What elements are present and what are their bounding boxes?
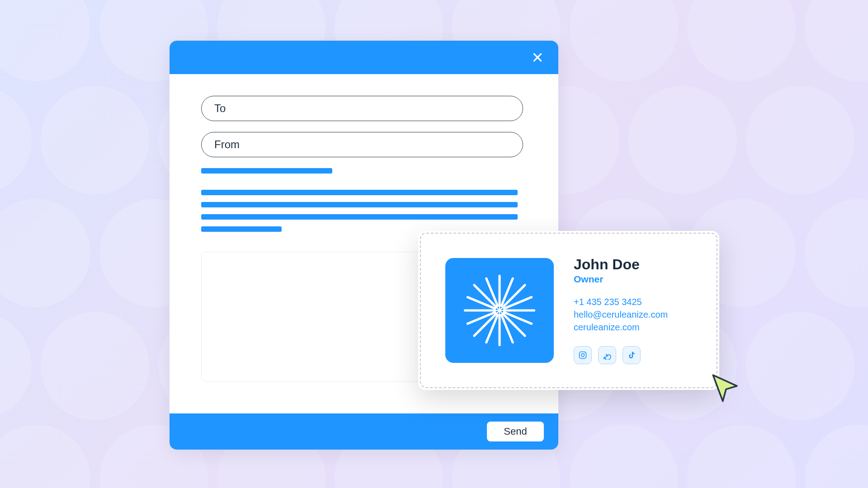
signature-card[interactable]: John Doe Owner +1 435 235 3425 hello@cer…: [418, 231, 719, 390]
whatsapp-button[interactable]: [598, 346, 616, 364]
svg-point-37: [570, 425, 678, 488]
instagram-button[interactable]: [574, 346, 592, 364]
signature-email: hello@ceruleanize.com: [574, 308, 668, 321]
from-label: From: [214, 138, 240, 151]
svg-point-7: [805, 0, 868, 81]
cursor-icon: [710, 372, 742, 404]
svg-point-39: [805, 425, 868, 488]
svg-point-15: [746, 86, 854, 194]
instagram-icon: [578, 351, 587, 360]
signature-info: John Doe Owner +1 435 235 3425 hello@cer…: [574, 257, 668, 364]
close-button[interactable]: [529, 49, 546, 66]
tiktok-button[interactable]: [623, 346, 641, 364]
svg-point-0: [0, 0, 90, 81]
window-header: [170, 41, 558, 74]
svg-point-38: [687, 425, 796, 488]
svg-point-25: [41, 312, 149, 420]
svg-point-55: [585, 352, 585, 353]
svg-point-8: [0, 86, 32, 194]
starburst-icon: [461, 272, 538, 349]
tiktok-icon: [627, 351, 636, 360]
social-row: [574, 346, 668, 364]
close-icon: [532, 52, 543, 63]
svg-point-6: [687, 0, 796, 81]
svg-point-9: [41, 86, 149, 194]
signature-role: Owner: [574, 274, 668, 285]
svg-point-32: [0, 425, 90, 488]
whatsapp-icon: [603, 351, 612, 360]
body-line: [201, 226, 282, 232]
signature-website: ceruleanize.com: [574, 321, 668, 333]
svg-point-23: [805, 199, 868, 307]
send-button[interactable]: Send: [487, 422, 544, 441]
svg-point-14: [628, 86, 737, 194]
body-line: [201, 168, 332, 174]
body-line: [201, 214, 518, 220]
svg-point-16: [0, 199, 90, 307]
signature-name: John Doe: [574, 257, 668, 272]
body-line: [201, 202, 518, 207]
svg-point-31: [746, 312, 854, 420]
to-label: To: [214, 102, 226, 115]
svg-point-24: [0, 312, 32, 420]
to-field[interactable]: To: [201, 96, 523, 121]
from-field[interactable]: From: [201, 132, 523, 157]
window-footer: Send: [170, 413, 558, 450]
svg-point-54: [581, 353, 585, 357]
svg-point-5: [570, 0, 678, 81]
signature-logo: [445, 258, 554, 363]
svg-rect-53: [580, 352, 586, 358]
signature-phone: +1 435 235 3425: [574, 296, 668, 308]
message-body-placeholder: [201, 168, 527, 232]
body-line: [201, 190, 518, 195]
